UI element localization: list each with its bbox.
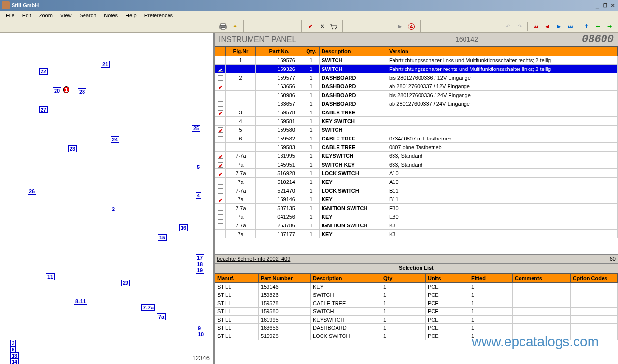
sel-comments[interactable] [513,299,571,308]
row-checkbox[interactable] [218,206,223,211]
parts-table-container[interactable]: Fig.Nr Part No. Qty. Description Version… [214,46,618,255]
diagram-callout[interactable]: 23 [68,145,77,152]
diagram-callout[interactable]: 27 [39,106,48,113]
menu-zoom[interactable]: Zoom [35,12,56,19]
row-checkbox[interactable] [218,180,223,185]
sel-qty[interactable]: 1 [381,316,426,324]
diagram-callout[interactable]: 7a [157,313,166,320]
row-checkbox[interactable] [218,101,223,107]
row-checkbox[interactable] [218,93,223,98]
table-row[interactable]: 11595761SWITCHFahrtrichtungsschalter lin… [215,56,618,65]
menu-notes[interactable]: Notes [100,12,122,19]
row-checkbox[interactable] [218,119,223,124]
sel-col[interactable]: Qty [381,274,426,283]
row-checkbox[interactable] [218,197,223,202]
sel-col[interactable]: Units [426,274,469,283]
selection-row[interactable]: STILL159146KEY1PCE1 [215,283,618,291]
col-desc[interactable]: Description [320,47,387,56]
diagram-callout[interactable]: 4 [196,192,201,199]
table-row[interactable]: 7-7a1619951KEYSWITCH633, Standard [215,152,618,160]
cart-button[interactable] [329,22,338,31]
table-row[interactable]: 7a1459511SWITCH KEY633, Standard [215,160,618,169]
diagram-callout[interactable]: 5 [196,164,201,170]
sel-qty[interactable]: 1 [381,291,426,299]
diagram-callout[interactable]: 21 [101,61,110,68]
sel-col[interactable]: Comments [513,274,571,283]
row-checkbox[interactable] [218,188,223,194]
selection-row[interactable]: STILL163656DASHBOARD1PCE1 [215,324,618,332]
diagram-callout[interactable]: 11 [46,273,55,280]
diagram-callout[interactable]: 19 [196,267,204,274]
row-checkbox[interactable] [218,232,223,237]
row-checkbox[interactable] [218,136,223,141]
row-checkbox[interactable] [218,171,223,176]
diagram-callout[interactable]: 24 [111,136,119,143]
diagram-callout[interactable]: 16 [179,224,188,231]
play-button[interactable]: ▶ [395,22,405,31]
row-checkbox[interactable] [218,58,223,63]
table-row[interactable]: 7-7a5169281LOCK SWITCHA10 [215,169,618,178]
col-check[interactable] [215,47,226,56]
col-version[interactable]: Version [387,47,618,56]
diagram-callout[interactable]: 29 [121,280,130,286]
minimize-button[interactable]: ⎯ [594,2,601,9]
table-row[interactable]: 7a5102141KEYA10 [215,178,618,186]
row-checkbox[interactable] [218,110,223,115]
last-button[interactable]: ⏭ [565,22,575,31]
table-row[interactable]: 7-7a5214701LOCK SWITCHB11 [215,186,618,195]
maximize-button[interactable]: ❐ [602,2,608,9]
sel-col[interactable]: Part Number [259,274,311,283]
sel-comments[interactable] [513,308,571,316]
redo-button[interactable]: ↷ [515,22,524,31]
table-row[interactable]: 7-7a2637861IGNITION SWITCHK3 [215,221,618,230]
table-row[interactable]: 1595831CABLE TREE0807 ohne Tastbetrieb [215,143,618,152]
sel-col[interactable]: Option Codes [571,274,618,283]
diagram-callout[interactable]: 20 [53,87,61,94]
print-button[interactable] [218,22,228,31]
diagram-callout[interactable]: 26 [28,188,36,195]
diagram-callout[interactable]: 1 [63,86,69,93]
diagram-callout[interactable]: 2 [111,206,116,212]
sel-comments[interactable] [513,291,571,299]
table-row[interactable]: 51595801SWITCH [215,126,618,134]
diagram-panel[interactable]: 2122201282724232554262161517181911298-11… [0,33,214,364]
diagram-callout[interactable]: 13 [10,352,19,359]
selection-table-container[interactable]: Manuf.Part NumberDescriptionQtyUnitsFitt… [214,273,618,364]
close-button[interactable]: ✕ [609,2,616,9]
selection-row[interactable]: STILL516928LOCK SWITCH1PCE1 [215,332,618,340]
col-partno[interactable]: Part No. [256,47,303,56]
sel-qty[interactable]: 1 [381,308,426,316]
sel-qty[interactable]: 1 [381,299,426,308]
nav-count-button[interactable]: 4 [407,22,416,31]
diagram-callout[interactable]: 25 [192,125,200,132]
cancel-button[interactable]: ✕ [317,22,327,31]
menu-preferences[interactable]: Preferences [140,12,177,19]
sel-qty[interactable]: 1 [381,324,426,332]
table-row[interactable]: 41595811KEY SWITCH [215,117,618,126]
table-row[interactable]: 7a0412561KEYE30 [215,212,618,221]
sel-col[interactable]: Fitted [469,274,513,283]
back-arrow-button[interactable]: ⬅ [593,22,603,31]
table-row[interactable]: 7a1371771KEYK3 [215,230,618,238]
col-qty[interactable]: Qty. [303,47,320,56]
check-button[interactable]: ✔ [306,22,315,31]
table-row[interactable]: 1636561DASHBOARDab 280127600337 / 12V Ei… [215,82,618,91]
table-row[interactable]: 1593261SWITCHFahrtrichtungsschalter rech… [215,65,618,73]
magic-wand-button[interactable]: ✦ [230,22,239,31]
row-checkbox[interactable] [218,75,223,81]
sel-comments[interactable] [513,316,571,324]
col-fignr[interactable]: Fig.Nr [226,47,256,56]
menu-view[interactable]: View [56,12,76,19]
row-checkbox[interactable] [218,67,223,72]
next-blue-button[interactable]: ▶ [554,22,563,31]
table-row[interactable]: 1636571DASHBOARDab 280127600337 / 24V Ei… [215,99,618,108]
table-row[interactable]: 21595771DASHBOARDbis 280127600336 / 12V … [215,73,618,82]
table-row[interactable]: 7a1591461KEYB11 [215,195,618,204]
diagram-callout[interactable]: 22 [39,68,48,75]
table-row[interactable]: 1609861DASHBOARDbis 280127600336 / 24V E… [215,91,618,99]
table-row[interactable]: 31595781CABLE TREE [215,108,618,117]
diagram-callout[interactable]: 15 [158,234,167,241]
menu-search[interactable]: Search [75,12,100,19]
selection-row[interactable]: STILL161995KEYSWITCH1PCE1 [215,316,618,324]
menu-help[interactable]: Help [122,12,140,19]
